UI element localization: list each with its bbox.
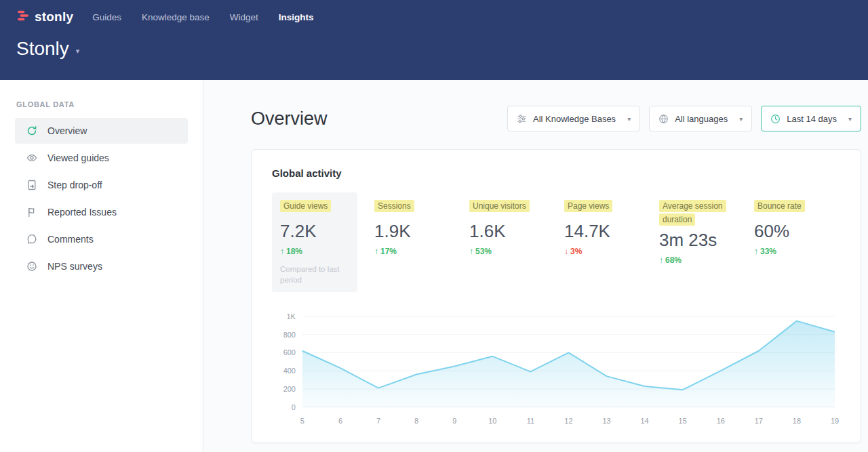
topnav-item-widget[interactable]: Widget — [230, 12, 258, 22]
brand-logo[interactable]: stonly — [16, 9, 73, 24]
filter-dropdown-all-languages[interactable]: All languages ▾ — [649, 106, 752, 131]
clock-icon — [770, 114, 781, 124]
svg-text:17: 17 — [755, 417, 763, 425]
metric-value: 14.7K — [564, 221, 659, 242]
metric-tile-bounce-rate[interactable]: Bounce rate 60% ↑33% — [754, 192, 849, 263]
top-navigation: GuidesKnowledge baseWidgetInsights — [92, 12, 313, 22]
metrics-row: Guide views 7.2K ↑18% Compared to last p… — [272, 192, 840, 292]
step-dropoff-icon — [26, 180, 37, 190]
svg-text:10: 10 — [488, 417, 496, 425]
sidebar-item-label: Reported Issues — [47, 207, 117, 218]
chevron-down-icon: ▾ — [739, 115, 743, 123]
svg-text:200: 200 — [283, 385, 296, 393]
metric-tile-sessions[interactable]: Sessions 1.9K ↑17% — [374, 192, 469, 263]
svg-text:5: 5 — [300, 417, 304, 425]
svg-text:13: 13 — [602, 417, 610, 425]
chevron-down-icon: ▾ — [848, 115, 852, 123]
metric-change: ↑53% — [469, 247, 564, 256]
metric-change: ↑68% — [659, 255, 754, 265]
svg-text:600: 600 — [283, 349, 296, 357]
workspace-title: Stonly — [16, 38, 69, 60]
comment-icon — [26, 234, 37, 245]
metric-label: Average session duration — [659, 200, 726, 226]
trend-up-icon: ↑ — [374, 247, 378, 256]
topnav-item-guides[interactable]: Guides — [92, 12, 121, 22]
metric-change: ↑18% — [280, 247, 349, 256]
chevron-down-icon: ▾ — [627, 115, 631, 123]
filter-label: All Knowledge Bases — [533, 114, 616, 124]
sidebar-nav: Overview Viewed guides Step drop-off Rep… — [0, 118, 203, 279]
filter-dropdown-last-14-days[interactable]: Last 14 days ▾ — [761, 106, 861, 131]
filter-bar: All Knowledge Bases ▾ All languages ▾ La… — [507, 106, 861, 131]
sidebar: GLOBAL DATA Overview Viewed guides Step … — [0, 80, 203, 452]
svg-text:11: 11 — [527, 417, 534, 425]
metric-change: ↓3% — [564, 247, 659, 256]
sidebar-item-nps-surveys[interactable]: NPS surveys — [15, 253, 188, 279]
metric-value: 7.2K — [280, 221, 349, 242]
sidebar-item-viewed-guides[interactable]: Viewed guides — [15, 145, 188, 171]
workspace-switcher[interactable]: Stonly ▾ — [16, 38, 79, 60]
svg-text:8: 8 — [414, 417, 418, 425]
sidebar-item-overview[interactable]: Overview — [15, 118, 188, 144]
filter-label: All languages — [675, 114, 728, 124]
metric-tile-page-views[interactable]: Page views 14.7K ↓3% — [564, 192, 659, 263]
flag-icon — [26, 207, 37, 218]
trend-up-icon: ↑ — [754, 247, 758, 256]
trend-up-icon: ↑ — [280, 247, 284, 256]
chevron-down-icon: ▾ — [76, 47, 80, 56]
metric-label: Unique visitors — [469, 200, 530, 212]
metric-value: 3m 23s — [659, 230, 754, 251]
overview-icon — [26, 125, 37, 136]
card-title: Global activity — [272, 167, 840, 179]
svg-text:0: 0 — [292, 403, 296, 411]
metric-tile-unique-visitors[interactable]: Unique visitors 1.6K ↑53% — [469, 192, 564, 263]
filter-dropdown-all-knowledge-bases[interactable]: All Knowledge Bases ▾ — [507, 106, 640, 131]
metric-value: 1.9K — [374, 221, 469, 242]
sidebar-item-label: Step drop-off — [47, 180, 102, 190]
trend-up-icon: ↑ — [469, 247, 473, 256]
metric-value: 1.6K — [469, 221, 564, 242]
page-title: Overview — [251, 108, 328, 129]
sidebar-item-label: Overview — [47, 125, 87, 136]
topnav-item-insights[interactable]: Insights — [279, 12, 314, 22]
sidebar-item-step-drop-off[interactable]: Step drop-off — [15, 172, 188, 198]
brand-name: stonly — [35, 9, 73, 24]
metric-label: Page views — [564, 200, 612, 212]
smiley-icon — [26, 261, 37, 272]
svg-text:12: 12 — [564, 417, 572, 425]
svg-text:18: 18 — [793, 417, 801, 425]
main-content: Overview All Knowledge Bases ▾ All langu… — [203, 80, 868, 452]
top-navbar: stonly GuidesKnowledge baseWidgetInsight… — [0, 0, 868, 80]
eye-icon — [26, 152, 37, 163]
metric-label: Sessions — [374, 200, 414, 212]
svg-text:400: 400 — [283, 367, 296, 375]
sidebar-item-label: Comments — [47, 234, 94, 245]
metric-note: Compared to last period — [280, 264, 348, 285]
area-chart-svg: 02004006008001K5678910111213141516171819 — [272, 308, 840, 429]
trend-down-icon: ↓ — [564, 247, 568, 256]
metric-tile-average-session-duration[interactable]: Average session duration 3m 23s ↑68% — [659, 192, 754, 272]
svg-text:19: 19 — [831, 417, 839, 425]
sidebar-item-reported-issues[interactable]: Reported Issues — [15, 199, 188, 225]
metric-label: Guide views — [280, 200, 331, 212]
sidebar-item-label: NPS surveys — [47, 261, 102, 272]
trend-up-icon: ↑ — [659, 255, 663, 265]
topnav-item-knowledge-base[interactable]: Knowledge base — [142, 12, 210, 22]
metric-change: ↑33% — [754, 247, 849, 256]
filter-label: Last 14 days — [787, 114, 837, 124]
metric-tile-guide-views[interactable]: Guide views 7.2K ↑18% Compared to last p… — [272, 192, 357, 292]
metric-change: ↑17% — [374, 247, 469, 256]
globe-icon — [658, 114, 669, 124]
svg-text:16: 16 — [717, 417, 725, 425]
stonly-logo-icon — [16, 9, 30, 24]
sliders-icon — [517, 114, 527, 124]
global-activity-chart: 02004006008001K5678910111213141516171819 — [272, 308, 840, 429]
sidebar-section-label: GLOBAL DATA — [0, 100, 203, 108]
svg-text:1K: 1K — [287, 312, 296, 321]
svg-text:800: 800 — [283, 331, 296, 339]
metric-value: 60% — [754, 221, 849, 242]
svg-text:9: 9 — [452, 417, 456, 425]
svg-text:15: 15 — [679, 417, 687, 425]
svg-text:7: 7 — [376, 417, 380, 425]
sidebar-item-comments[interactable]: Comments — [15, 226, 188, 252]
